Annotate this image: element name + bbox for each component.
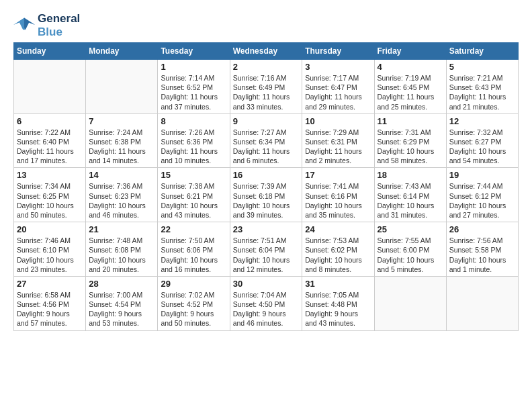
day-detail: Sunrise: 7:32 AM Sunset: 6:27 PM Dayligh… (449, 128, 515, 166)
day-detail: Sunrise: 7:16 AM Sunset: 6:49 PM Dayligh… (233, 73, 300, 111)
week-row-3: 13Sunrise: 7:34 AM Sunset: 6:25 PM Dayli… (14, 168, 519, 222)
day-detail: Sunrise: 7:26 AM Sunset: 6:36 PM Dayligh… (161, 128, 226, 166)
calendar-cell: 28Sunrise: 7:00 AM Sunset: 4:54 PM Dayli… (86, 276, 158, 330)
day-detail: Sunrise: 7:44 AM Sunset: 6:12 PM Dayligh… (449, 181, 515, 220)
day-detail: Sunrise: 7:50 AM Sunset: 6:06 PM Dayligh… (161, 236, 226, 274)
day-number: 20 (17, 224, 83, 234)
weekday-header-row: SundayMondayTuesdayWednesdayThursdayFrid… (14, 43, 519, 60)
calendar-cell: 4Sunrise: 7:19 AM Sunset: 6:45 PM Daylig… (374, 60, 446, 114)
calendar-cell: 3Sunrise: 7:17 AM Sunset: 6:47 PM Daylig… (302, 60, 374, 114)
calendar-cell: 9Sunrise: 7:27 AM Sunset: 6:34 PM Daylig… (230, 113, 302, 168)
weekday-header-wednesday: Wednesday (230, 43, 302, 60)
day-detail: Sunrise: 7:29 AM Sunset: 6:31 PM Dayligh… (305, 128, 371, 166)
calendar-cell: 31Sunrise: 7:05 AM Sunset: 4:48 PM Dayli… (302, 276, 374, 330)
day-detail: Sunrise: 7:34 AM Sunset: 6:25 PM Dayligh… (17, 181, 83, 220)
day-number: 10 (305, 116, 371, 126)
weekday-header-thursday: Thursday (302, 43, 374, 60)
calendar-cell: 11Sunrise: 7:31 AM Sunset: 6:29 PM Dayli… (374, 113, 446, 168)
day-number: 5 (449, 62, 515, 72)
page: General Blue SundayMondayTuesdayWednesda… (0, 0, 532, 338)
day-detail: Sunrise: 7:05 AM Sunset: 4:48 PM Dayligh… (305, 290, 371, 328)
day-detail: Sunrise: 7:19 AM Sunset: 6:45 PM Dayligh… (378, 73, 443, 111)
day-number: 9 (233, 116, 300, 126)
day-number: 12 (449, 116, 515, 126)
day-detail: Sunrise: 7:46 AM Sunset: 6:10 PM Dayligh… (17, 236, 83, 274)
header: General Blue (13, 12, 519, 38)
calendar-cell: 29Sunrise: 7:02 AM Sunset: 4:52 PM Dayli… (158, 276, 230, 330)
day-number: 7 (89, 116, 154, 126)
day-number: 22 (161, 224, 226, 234)
day-detail: Sunrise: 7:56 AM Sunset: 5:58 PM Dayligh… (449, 236, 515, 274)
day-number: 26 (449, 224, 515, 234)
calendar-cell: 26Sunrise: 7:56 AM Sunset: 5:58 PM Dayli… (446, 222, 518, 277)
day-number: 24 (305, 224, 371, 234)
weekday-header-monday: Monday (86, 43, 158, 60)
day-detail: Sunrise: 7:43 AM Sunset: 6:14 PM Dayligh… (378, 181, 443, 220)
day-detail: Sunrise: 7:21 AM Sunset: 6:43 PM Dayligh… (449, 73, 515, 111)
day-number: 28 (89, 279, 154, 289)
day-number: 25 (378, 224, 443, 234)
day-detail: Sunrise: 7:00 AM Sunset: 4:54 PM Dayligh… (89, 290, 154, 328)
calendar-cell: 25Sunrise: 7:55 AM Sunset: 6:00 PM Dayli… (374, 222, 446, 277)
logo-text: General Blue (38, 12, 80, 38)
calendar-cell: 2Sunrise: 7:16 AM Sunset: 6:49 PM Daylig… (230, 60, 302, 114)
day-number: 18 (378, 170, 443, 180)
calendar-cell: 13Sunrise: 7:34 AM Sunset: 6:25 PM Dayli… (14, 168, 86, 222)
calendar-table: SundayMondayTuesdayWednesdayThursdayFrid… (13, 42, 519, 330)
day-detail: Sunrise: 7:14 AM Sunset: 6:52 PM Dayligh… (161, 73, 226, 111)
day-number: 8 (161, 116, 226, 126)
calendar-cell (446, 276, 518, 330)
day-detail: Sunrise: 7:02 AM Sunset: 4:52 PM Dayligh… (161, 290, 226, 328)
weekday-header-saturday: Saturday (446, 43, 518, 60)
day-detail: Sunrise: 7:41 AM Sunset: 6:16 PM Dayligh… (305, 181, 371, 220)
day-detail: Sunrise: 7:48 AM Sunset: 6:08 PM Dayligh… (89, 236, 154, 274)
calendar-cell (374, 276, 446, 330)
calendar-cell: 14Sunrise: 7:36 AM Sunset: 6:23 PM Dayli… (86, 168, 158, 222)
calendar-cell: 27Sunrise: 6:58 AM Sunset: 4:56 PM Dayli… (14, 276, 86, 330)
day-number: 30 (233, 279, 300, 289)
day-detail: Sunrise: 7:53 AM Sunset: 6:02 PM Dayligh… (305, 236, 371, 274)
weekday-header-sunday: Sunday (14, 43, 86, 60)
day-number: 6 (17, 116, 83, 126)
calendar-cell: 15Sunrise: 7:38 AM Sunset: 6:21 PM Dayli… (158, 168, 230, 222)
day-detail: Sunrise: 7:17 AM Sunset: 6:47 PM Dayligh… (305, 73, 371, 111)
day-detail: Sunrise: 7:51 AM Sunset: 6:04 PM Dayligh… (233, 236, 300, 274)
day-detail: Sunrise: 6:58 AM Sunset: 4:56 PM Dayligh… (17, 290, 83, 328)
day-number: 4 (378, 62, 443, 72)
calendar-cell: 24Sunrise: 7:53 AM Sunset: 6:02 PM Dayli… (302, 222, 374, 277)
day-detail: Sunrise: 7:22 AM Sunset: 6:40 PM Dayligh… (17, 128, 83, 166)
calendar-cell: 7Sunrise: 7:24 AM Sunset: 6:38 PM Daylig… (86, 113, 158, 168)
day-detail: Sunrise: 7:55 AM Sunset: 6:00 PM Dayligh… (378, 236, 443, 274)
calendar-cell: 30Sunrise: 7:04 AM Sunset: 4:50 PM Dayli… (230, 276, 302, 330)
calendar-cell: 17Sunrise: 7:41 AM Sunset: 6:16 PM Dayli… (302, 168, 374, 222)
weekday-header-friday: Friday (374, 43, 446, 60)
day-number: 19 (449, 170, 515, 180)
day-number: 3 (305, 62, 371, 72)
calendar-cell: 18Sunrise: 7:43 AM Sunset: 6:14 PM Dayli… (374, 168, 446, 222)
day-detail: Sunrise: 7:31 AM Sunset: 6:29 PM Dayligh… (378, 128, 443, 166)
day-detail: Sunrise: 7:39 AM Sunset: 6:18 PM Dayligh… (233, 181, 300, 220)
calendar-cell: 12Sunrise: 7:32 AM Sunset: 6:27 PM Dayli… (446, 113, 518, 168)
calendar-cell: 10Sunrise: 7:29 AM Sunset: 6:31 PM Dayli… (302, 113, 374, 168)
day-number: 11 (378, 116, 443, 126)
calendar-cell (14, 60, 86, 114)
calendar-cell: 1Sunrise: 7:14 AM Sunset: 6:52 PM Daylig… (158, 60, 230, 114)
day-number: 29 (161, 279, 226, 289)
day-number: 15 (161, 170, 226, 180)
day-number: 23 (233, 224, 300, 234)
calendar-cell: 8Sunrise: 7:26 AM Sunset: 6:36 PM Daylig… (158, 113, 230, 168)
day-detail: Sunrise: 7:38 AM Sunset: 6:21 PM Dayligh… (161, 181, 226, 220)
day-number: 2 (233, 62, 300, 72)
day-number: 31 (305, 279, 371, 289)
svg-marker-1 (24, 17, 35, 30)
week-row-2: 6Sunrise: 7:22 AM Sunset: 6:40 PM Daylig… (14, 113, 519, 168)
calendar-cell: 6Sunrise: 7:22 AM Sunset: 6:40 PM Daylig… (14, 113, 86, 168)
day-number: 14 (89, 170, 154, 180)
week-row-1: 1Sunrise: 7:14 AM Sunset: 6:52 PM Daylig… (14, 60, 519, 114)
day-detail: Sunrise: 7:27 AM Sunset: 6:34 PM Dayligh… (233, 128, 300, 166)
calendar-cell: 16Sunrise: 7:39 AM Sunset: 6:18 PM Dayli… (230, 168, 302, 222)
day-detail: Sunrise: 7:36 AM Sunset: 6:23 PM Dayligh… (89, 181, 154, 220)
day-number: 27 (17, 279, 83, 289)
day-number: 1 (161, 62, 226, 72)
calendar-cell: 20Sunrise: 7:46 AM Sunset: 6:10 PM Dayli… (14, 222, 86, 277)
